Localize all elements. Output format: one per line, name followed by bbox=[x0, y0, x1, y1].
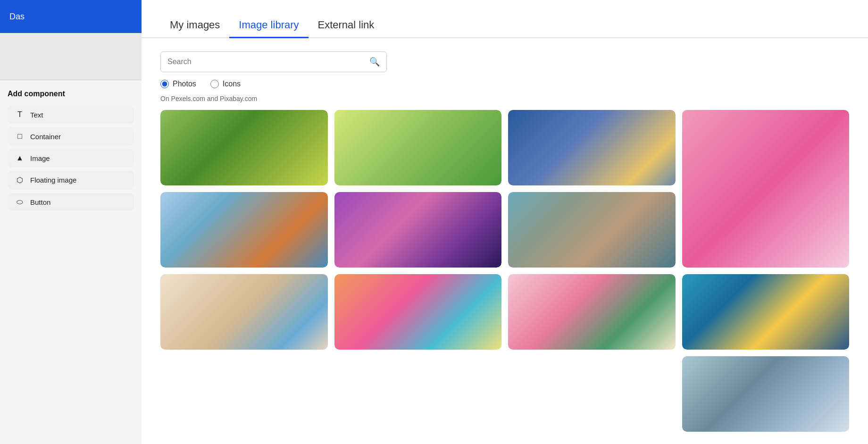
image-9 bbox=[160, 274, 328, 350]
image-grid bbox=[142, 110, 868, 444]
tab-bar: My images Image library External link bbox=[142, 0, 868, 38]
filter-icons-text: Icons bbox=[223, 80, 241, 88]
image-12 bbox=[682, 356, 850, 432]
attribution-text: On Pexels.com and Pixabay.com bbox=[142, 93, 868, 110]
sidebar-item-text[interactable]: T Text bbox=[8, 106, 134, 124]
sidebar-item-container[interactable]: □ Container bbox=[8, 127, 134, 145]
sidebar: Das Add component T Text □ Container ▲ I… bbox=[0, 0, 142, 444]
image-8 bbox=[682, 274, 850, 350]
button-icon: ⬭ bbox=[15, 198, 25, 206]
image-icon: ▲ bbox=[15, 154, 25, 162]
filter-photos-radio[interactable] bbox=[160, 80, 169, 88]
main-panel: My images Image library External link 🔍 … bbox=[142, 0, 868, 444]
image-item[interactable] bbox=[160, 274, 328, 350]
add-component-heading: Add component bbox=[8, 90, 134, 98]
filter-icons-label[interactable]: Icons bbox=[210, 80, 241, 88]
search-input[interactable] bbox=[167, 58, 369, 66]
container-icon: □ bbox=[15, 132, 25, 141]
search-icon: 🔍 bbox=[369, 57, 380, 67]
image-3 bbox=[508, 110, 676, 185]
image-item[interactable] bbox=[160, 192, 328, 268]
image-item[interactable] bbox=[508, 192, 676, 268]
search-area: 🔍 bbox=[142, 38, 868, 80]
image-7 bbox=[508, 192, 676, 268]
search-box[interactable]: 🔍 bbox=[160, 51, 387, 72]
sidebar-item-button[interactable]: ⬭ Button bbox=[8, 193, 134, 211]
sidebar-preview bbox=[0, 33, 142, 80]
image-item[interactable] bbox=[682, 110, 850, 268]
image-4 bbox=[682, 110, 850, 268]
image-item[interactable] bbox=[508, 110, 676, 185]
sidebar-title: Das bbox=[9, 12, 25, 22]
image-item[interactable] bbox=[334, 110, 502, 185]
tab-image-library[interactable]: Image library bbox=[229, 13, 308, 38]
tab-external-link[interactable]: External link bbox=[309, 13, 384, 38]
image-5 bbox=[160, 192, 328, 268]
filter-icons-radio[interactable] bbox=[210, 80, 219, 88]
image-item[interactable] bbox=[508, 274, 676, 350]
image-label: Image bbox=[30, 154, 50, 162]
button-label: Button bbox=[30, 198, 50, 206]
sidebar-item-floating-image[interactable]: ⬡ Floating image bbox=[8, 171, 134, 189]
text-label: Text bbox=[30, 111, 43, 119]
sidebar-header: Das bbox=[0, 0, 142, 33]
text-icon: T bbox=[15, 110, 25, 119]
image-item[interactable] bbox=[334, 192, 502, 268]
image-2 bbox=[334, 110, 502, 185]
image-6 bbox=[334, 192, 502, 268]
image-item[interactable] bbox=[682, 356, 850, 432]
floating-image-icon: ⬡ bbox=[15, 176, 25, 184]
filter-radio-group: Photos Icons bbox=[142, 80, 868, 93]
image-item[interactable] bbox=[334, 274, 502, 350]
sidebar-components: Add component T Text □ Container ▲ Image… bbox=[0, 80, 142, 444]
image-item[interactable] bbox=[682, 274, 850, 350]
image-10 bbox=[334, 274, 502, 350]
image-item[interactable] bbox=[160, 110, 328, 185]
tab-my-images[interactable]: My images bbox=[160, 13, 229, 38]
image-1 bbox=[160, 110, 328, 185]
filter-photos-label[interactable]: Photos bbox=[160, 80, 196, 88]
sidebar-item-image[interactable]: ▲ Image bbox=[8, 149, 134, 167]
floating-image-label: Floating image bbox=[30, 176, 76, 184]
filter-photos-text: Photos bbox=[173, 80, 196, 88]
image-11 bbox=[508, 274, 676, 350]
container-label: Container bbox=[30, 133, 61, 141]
